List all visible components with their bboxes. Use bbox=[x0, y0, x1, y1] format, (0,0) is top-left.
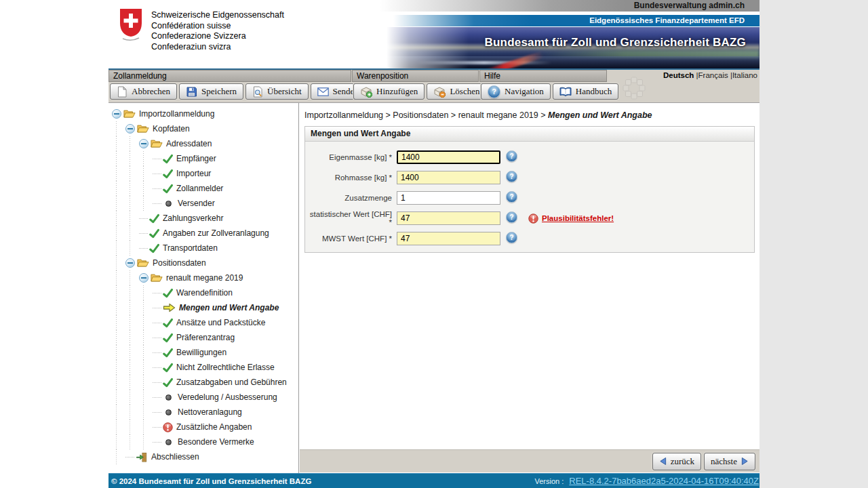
help-icon[interactable] bbox=[506, 171, 517, 185]
admin-bar: Bundesverwaltung admin.ch bbox=[380, 0, 760, 12]
tree-item-praferenzantrag[interactable]: Präferenzantrag bbox=[108, 330, 298, 345]
error-icon bbox=[163, 422, 173, 432]
tree-item-zahlungsverkehr[interactable]: Zahlungsverkehr bbox=[108, 211, 298, 226]
tree-item-importzollanmeldung[interactable]: Importzollanmeldung bbox=[108, 106, 298, 121]
next-button[interactable]: nächste bbox=[704, 453, 755, 470]
language-italiano[interactable]: Italiano bbox=[732, 71, 757, 79]
check-icon bbox=[149, 228, 159, 239]
tree-item-ansatze-und-packstucke[interactable]: Ansätze und Packstücke bbox=[108, 315, 298, 330]
tree-item-besondere-vermerke[interactable]: Besondere Vermerke bbox=[108, 434, 298, 449]
tree-item-warendefinition[interactable]: Warendefinition bbox=[108, 285, 298, 300]
tree-item-bewilligungen[interactable]: Bewilligungen bbox=[108, 345, 298, 360]
check-icon bbox=[163, 363, 173, 373]
content-area: Importzollanmeldung > Positionsdaten > r… bbox=[300, 103, 760, 473]
folder-icon bbox=[123, 109, 136, 119]
collapse-icon bbox=[125, 258, 135, 268]
toolbar-group-label: Zollanmeldung bbox=[108, 70, 351, 82]
form-rows: Eigenmasse [kg] *Rohmasse [kg] *Zusatzme… bbox=[305, 142, 754, 252]
zusatzmenge-input[interactable] bbox=[397, 191, 500, 205]
confederation-names: Schweizerische Eidgenossenschaft Confédé… bbox=[151, 8, 284, 52]
version-link[interactable]: REL-8.4.2-7bab6aed2a5-2024-04-16T09:40:4… bbox=[569, 476, 759, 486]
check-icon bbox=[163, 184, 173, 194]
help-icon[interactable] bbox=[506, 211, 517, 226]
breadcrumb-segment: Positionsdaten bbox=[393, 110, 448, 120]
breadcrumb-segment: renault megane 2019 bbox=[458, 110, 538, 120]
help-icon[interactable] bbox=[506, 150, 517, 165]
check-icon bbox=[163, 348, 173, 358]
exit-door-icon bbox=[136, 452, 148, 462]
language-deutsch[interactable]: Deutsch bbox=[663, 71, 694, 79]
document-magnifier-icon bbox=[252, 86, 263, 98]
main-area: ImportzollanmeldungKopfdatenAdressdatenE… bbox=[108, 102, 760, 473]
collapse-icon bbox=[139, 139, 149, 148]
app-window: Bundesverwaltung admin.ch Eidgenössische… bbox=[108, 0, 760, 488]
tree-item-nicht-zollrechtliche-erlasse[interactable]: Nicht Zollrechtliche Erlasse bbox=[108, 360, 298, 375]
loschen-button[interactable]: Löschen bbox=[427, 83, 486, 100]
tree-item-kopfdaten[interactable]: Kopfdaten bbox=[108, 121, 298, 136]
folder-icon bbox=[137, 124, 149, 134]
eigenmasse-kg-input[interactable] bbox=[397, 150, 500, 164]
tree-item-zusatzabgaben-und-gebuhren[interactable]: Zusatzabgaben und Gebühren bbox=[108, 375, 298, 390]
toolbar-group-warenposition: WarenpositionHinzufügenLöschen bbox=[352, 70, 479, 102]
bullet-icon bbox=[163, 439, 174, 445]
toolbar: ZollanmeldungAbbrechenSpeichernÜbersicht… bbox=[108, 70, 760, 102]
check-icon bbox=[149, 243, 159, 253]
language-francais[interactable]: Français bbox=[698, 71, 728, 79]
tree-item-abschliessen[interactable]: Abschliessen bbox=[108, 449, 298, 464]
book-icon bbox=[559, 87, 572, 97]
form-row-statistischer-wert-chf: statistischer Wert [CHF] *Plausibilitäts… bbox=[305, 208, 754, 228]
tree-item-mengen-und-wert-angabe[interactable]: Mengen und Wert Angabe bbox=[108, 300, 298, 315]
check-icon bbox=[163, 318, 173, 328]
page-right-margin bbox=[760, 0, 868, 488]
back-button[interactable]: zurück bbox=[652, 453, 701, 470]
arrow-current-icon bbox=[163, 303, 176, 312]
field-label: Zusatzmenge bbox=[305, 194, 392, 202]
tree-item-renault-megane-2019[interactable]: renault megane 2019 bbox=[108, 270, 298, 285]
check-icon bbox=[163, 378, 173, 388]
navigation-button[interactable]: Navigation bbox=[481, 83, 551, 100]
tree-item-importeur[interactable]: Importeur bbox=[108, 166, 298, 181]
rohmasse-kg-input[interactable] bbox=[397, 171, 500, 184]
abbrechen-button[interactable]: Abbrechen bbox=[110, 83, 177, 100]
wizard-nav: zurück nächste bbox=[300, 449, 760, 472]
handbuch-button[interactable]: Handbuch bbox=[553, 83, 618, 100]
tree-item-versender[interactable]: Versender bbox=[108, 196, 298, 211]
tree-item-transportdaten[interactable]: Transportdaten bbox=[108, 241, 298, 256]
toolbar-group-label: Warenposition bbox=[352, 70, 479, 82]
tree-item-zusatzliche-angaben[interactable]: Zusätzliche Angaben bbox=[108, 420, 298, 434]
ubersicht-button[interactable]: Übersicht bbox=[245, 83, 309, 100]
collapse-icon bbox=[112, 109, 121, 119]
check-icon bbox=[163, 333, 173, 343]
folder-icon bbox=[151, 273, 163, 283]
tree-item-zollanmelder[interactable]: Zollanmelder bbox=[108, 181, 298, 196]
check-icon bbox=[163, 288, 173, 298]
speichern-button[interactable]: Speichern bbox=[179, 83, 243, 100]
folder-icon bbox=[137, 258, 149, 268]
package-add-icon bbox=[360, 85, 372, 98]
version-label: Version : bbox=[534, 477, 564, 485]
help-icon[interactable] bbox=[506, 191, 517, 205]
check-icon bbox=[149, 214, 159, 224]
toolbar-group-zollanmeldung: ZollanmeldungAbbrechenSpeichernÜbersicht… bbox=[108, 70, 351, 102]
form-row-eigenmasse-kg: Eigenmasse [kg] * bbox=[305, 147, 754, 167]
statistischer-wert-chf-input[interactable] bbox=[397, 211, 500, 225]
help-icon[interactable] bbox=[506, 232, 517, 246]
tree-item-nettoveranlagung[interactable]: Nettoveranlagung bbox=[108, 405, 298, 420]
tree-item-veredelung-ausbesserung[interactable]: Veredelung / Ausbesserung bbox=[108, 390, 298, 405]
bullet-icon bbox=[163, 394, 174, 401]
tree-item-adressdaten[interactable]: Adressdaten bbox=[108, 136, 298, 151]
plausibility-error-link[interactable]: Plausibilitätsfehler! bbox=[542, 214, 614, 222]
tree-item-positionsdaten[interactable]: Positionsdaten bbox=[108, 256, 298, 270]
hinzufugen-button[interactable]: Hinzufügen bbox=[353, 83, 425, 100]
footer: © 2024 Bundesamt für Zoll und Grenzsiche… bbox=[108, 473, 760, 488]
bullet-icon bbox=[163, 409, 174, 415]
envelope-icon bbox=[317, 87, 329, 96]
copyright-text: © 2024 Bundesamt für Zoll und Grenzsiche… bbox=[111, 477, 311, 485]
tree-item-angaben-zur-zollveranlagung[interactable]: Angaben zur Zollveranlagung bbox=[108, 226, 298, 241]
check-icon bbox=[163, 169, 173, 179]
breadcrumb: Importzollanmeldung > Positionsdaten > r… bbox=[300, 103, 760, 120]
language-switcher: Deutsch |Français |Italiano bbox=[663, 71, 757, 79]
arrow-right-icon bbox=[741, 457, 749, 466]
tree-item-empfanger[interactable]: Empfänger bbox=[108, 151, 298, 166]
mwst-wert-chf-input[interactable] bbox=[397, 232, 500, 245]
